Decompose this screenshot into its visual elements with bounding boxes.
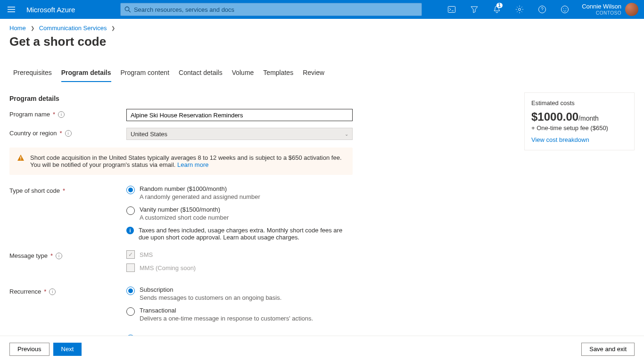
search-input[interactable]: [134, 6, 418, 13]
tab-prerequisites[interactable]: Prerequisites: [13, 65, 52, 82]
fees-info: i Taxes and fees included, usage charges…: [126, 227, 348, 241]
info-icon[interactable]: i: [65, 130, 72, 137]
required-mark: *: [63, 187, 65, 194]
recurrence-label: Recurrence: [9, 288, 41, 295]
sms-label: SMS: [140, 251, 153, 258]
transactional-label: Transactional: [140, 307, 313, 314]
info-icon[interactable]: i: [56, 253, 62, 259]
cost-title: Estimated costs: [531, 99, 627, 107]
cost-amount: $1000.00: [531, 110, 578, 123]
svg-point-7: [566, 8, 566, 9]
subscription-desc: Sends messages to customers on an ongoin…: [140, 294, 281, 301]
radio-vanity-number[interactable]: [126, 206, 135, 215]
chevron-right-icon: ❯: [31, 25, 34, 31]
warning-banner: Short code acquisition in the United Sta…: [9, 148, 353, 175]
info-icon[interactable]: i: [58, 111, 65, 118]
svg-point-3: [519, 8, 521, 11]
help-icon[interactable]: [531, 0, 553, 19]
vanity-number-label: Vanity number ($1500/month): [140, 206, 229, 213]
cost-per: /month: [578, 115, 599, 122]
type-of-short-code-label: Type of short code: [9, 187, 60, 194]
avatar: [625, 3, 638, 16]
vanity-number-desc: A customized short code number: [140, 214, 229, 221]
info-icon[interactable]: i: [49, 288, 56, 295]
tab-contact-details[interactable]: Contact details: [179, 65, 223, 82]
tab-review[interactable]: Review: [303, 65, 324, 82]
info-icon: i: [126, 227, 134, 234]
topbar: Microsoft Azure 1 Connie Wilson CONTOSO: [0, 0, 644, 19]
radio-random-number[interactable]: [126, 186, 135, 194]
svg-rect-9: [20, 159, 21, 160]
required-mark: *: [44, 288, 46, 295]
global-search[interactable]: [120, 3, 422, 16]
required-mark: *: [50, 252, 53, 259]
required-mark: *: [53, 111, 55, 118]
country-select: United States ⌄: [126, 128, 353, 140]
directory-filter-icon[interactable]: [463, 0, 486, 19]
feedback-icon[interactable]: [553, 0, 576, 19]
cost-breakdown-link[interactable]: View cost breakdown: [531, 136, 589, 143]
svg-point-5: [561, 6, 569, 13]
country-value: United States: [131, 131, 167, 138]
brand-label: Microsoft Azure: [23, 6, 120, 14]
tab-templates[interactable]: Templates: [263, 65, 293, 82]
required-mark: *: [59, 130, 62, 137]
country-label: Country or region: [9, 130, 57, 137]
chevron-down-icon: ⌄: [345, 132, 348, 137]
warning-icon: [17, 154, 25, 168]
checkbox-sms: [126, 250, 135, 259]
user-menu[interactable]: Connie Wilson CONTOSO: [576, 3, 644, 16]
program-name-label: Program name: [9, 111, 50, 118]
page-title: Get a short code: [9, 34, 635, 49]
tab-program-content[interactable]: Program content: [121, 65, 170, 82]
tab-program-details[interactable]: Program details: [61, 65, 111, 82]
breadcrumb-home[interactable]: Home: [9, 25, 26, 32]
breadcrumb-comm-services[interactable]: Communication Services: [39, 25, 107, 32]
notifications-icon[interactable]: 1: [486, 0, 508, 19]
hamburger-menu[interactable]: [0, 7, 23, 12]
random-number-label: Random number ($1000/month): [140, 185, 260, 192]
svg-rect-2: [448, 7, 455, 13]
checkbox-mms: [126, 263, 135, 272]
cost-sub: + One-time setup fee ($650): [531, 124, 627, 132]
notification-badge: 1: [496, 3, 503, 8]
tabs: Prerequisites Program details Program co…: [9, 65, 635, 82]
chevron-right-icon: ❯: [111, 25, 115, 31]
breadcrumb: Home ❯ Communication Services ❯: [9, 25, 635, 32]
warning-learn-more[interactable]: Learn more: [177, 161, 208, 168]
svg-line-1: [129, 10, 131, 12]
random-number-desc: A randomly generated and assigned number: [140, 193, 260, 200]
mms-label: MMS (Coming soon): [140, 264, 196, 272]
svg-point-6: [563, 8, 564, 9]
message-type-label: Message type: [9, 252, 48, 259]
cloud-shell-icon[interactable]: [440, 0, 463, 19]
radio-transactional[interactable]: [126, 307, 135, 316]
search-icon: [124, 6, 131, 13]
subscription-label: Subscription: [140, 286, 281, 293]
tab-volume[interactable]: Volume: [232, 65, 254, 82]
radio-subscription[interactable]: [126, 287, 135, 295]
user-tenant: CONTOSO: [582, 10, 621, 16]
usage-charges-link[interactable]: Learn about usage charges.: [223, 234, 299, 241]
svg-point-0: [125, 7, 129, 10]
program-name-input[interactable]: [126, 109, 353, 121]
cost-panel: Estimated costs $1000.00/month + One-tim…: [524, 92, 635, 150]
transactional-desc: Delivers a one-time message in response …: [140, 315, 313, 322]
settings-icon[interactable]: [508, 0, 531, 19]
user-name: Connie Wilson: [582, 3, 621, 10]
topbar-icons: 1: [440, 0, 576, 19]
svg-rect-8: [20, 156, 21, 159]
